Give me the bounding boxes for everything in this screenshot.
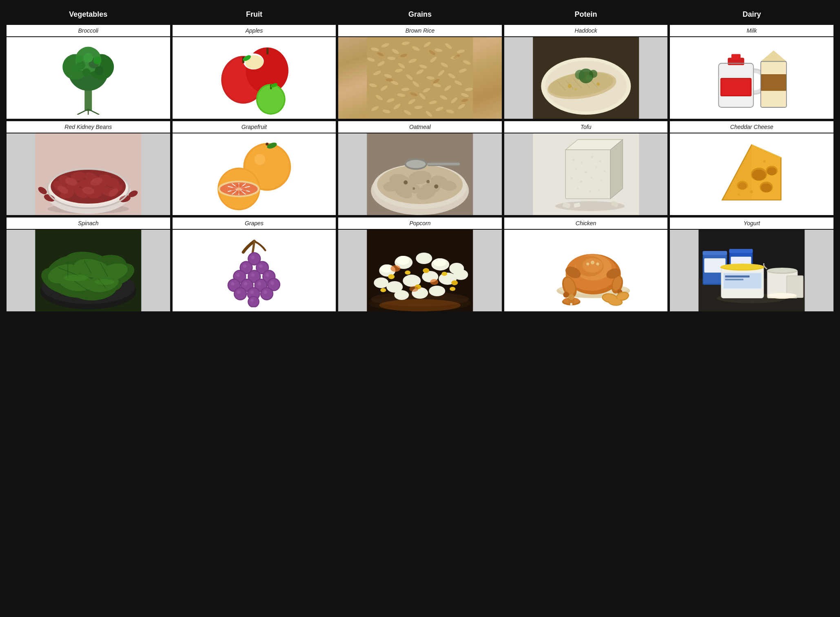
- svg-point-266: [251, 255, 255, 259]
- svg-point-214: [577, 188, 578, 189]
- cell-brown-rice: Brown Rice: [337, 24, 503, 120]
- svg-point-203: [581, 162, 583, 164]
- svg-point-331: [451, 280, 458, 285]
- label-spinach: Spinach: [7, 218, 170, 230]
- svg-point-287: [244, 282, 247, 286]
- cell-yogurt: Yogurt: [669, 216, 835, 313]
- svg-point-155: [254, 154, 265, 165]
- svg-point-204: [591, 156, 593, 158]
- svg-point-208: [595, 166, 597, 168]
- svg-point-238: [738, 193, 740, 195]
- svg-point-237: [763, 160, 766, 162]
- svg-point-389: [768, 268, 797, 273]
- cell-broccoli: Broccoli: [5, 24, 171, 120]
- image-spinach: [7, 230, 170, 311]
- svg-point-215: [589, 191, 591, 193]
- svg-point-107: [567, 84, 572, 88]
- col-header-fruit: Fruit: [171, 5, 337, 24]
- label-grapes: Grapes: [173, 218, 336, 230]
- svg-point-236: [750, 191, 753, 193]
- svg-point-347: [563, 292, 569, 297]
- svg-point-327: [388, 274, 395, 279]
- cell-popcorn: Popcorn: [337, 216, 503, 313]
- svg-point-11: [72, 66, 79, 73]
- svg-point-269: [243, 264, 246, 268]
- label-popcorn: Popcorn: [338, 218, 502, 230]
- svg-point-293: [270, 281, 274, 285]
- svg-rect-375: [729, 249, 753, 253]
- svg-rect-371: [703, 251, 727, 255]
- col-header-grains: Grains: [337, 5, 503, 24]
- svg-point-174: [237, 187, 241, 191]
- svg-point-194: [434, 184, 438, 189]
- food-grid: Vegetables Fruit Grains Potein Dairy Bro…: [4, 4, 836, 314]
- svg-point-229: [752, 169, 766, 180]
- svg-point-329: [423, 268, 429, 273]
- svg-point-337: [409, 286, 418, 292]
- label-kidney-beans: Red Kidney Beans: [7, 121, 170, 133]
- svg-line-1: [77, 109, 88, 115]
- svg-point-324: [394, 290, 409, 300]
- svg-point-302: [263, 291, 267, 294]
- svg-point-14: [75, 55, 83, 62]
- svg-point-211: [580, 180, 582, 183]
- image-chicken: [504, 230, 668, 311]
- svg-point-13: [84, 53, 93, 62]
- svg-point-344: [582, 258, 603, 273]
- cell-apples: Apples: [171, 24, 337, 120]
- image-oatmeal: [338, 133, 502, 215]
- svg-point-10: [82, 69, 91, 77]
- svg-rect-23: [266, 48, 268, 54]
- col-header-vegetables: Vegetables: [5, 5, 171, 24]
- svg-rect-113: [731, 54, 741, 60]
- svg-line-2: [88, 109, 99, 115]
- label-chicken: Chicken: [504, 218, 668, 230]
- svg-point-305: [250, 299, 253, 302]
- image-popcorn: [338, 230, 502, 311]
- svg-point-104: [575, 70, 585, 80]
- svg-point-281: [266, 273, 269, 277]
- svg-point-12: [95, 66, 104, 75]
- svg-point-108: [596, 82, 600, 86]
- label-haddock: Haddock: [504, 25, 668, 37]
- cell-tofu: Tofu: [503, 120, 669, 216]
- svg-rect-191: [427, 163, 460, 165]
- svg-point-170: [241, 189, 246, 192]
- image-brown-rice: [338, 37, 502, 119]
- svg-point-109: [574, 88, 577, 91]
- svg-point-326: [429, 286, 445, 296]
- svg-point-209: [603, 170, 605, 172]
- svg-rect-120: [762, 75, 786, 90]
- svg-point-205: [599, 160, 601, 162]
- svg-point-309: [379, 299, 461, 311]
- svg-point-304: [248, 297, 258, 306]
- svg-point-262: [64, 275, 88, 281]
- svg-point-314: [416, 253, 432, 264]
- image-tofu: [504, 133, 668, 215]
- svg-point-381: [721, 264, 764, 269]
- svg-rect-201: [565, 150, 610, 199]
- svg-point-316: [433, 258, 446, 266]
- label-milk: Milk: [670, 25, 833, 37]
- label-oatmeal: Oatmeal: [338, 121, 502, 133]
- svg-point-355: [586, 262, 589, 265]
- image-grapes: [173, 230, 336, 311]
- svg-point-328: [405, 271, 410, 275]
- svg-point-195: [412, 187, 415, 190]
- svg-point-313: [396, 256, 409, 265]
- svg-point-193: [426, 180, 430, 183]
- image-cheddar: [670, 133, 833, 215]
- image-kidney-beans: [7, 133, 170, 215]
- cell-spinach: Spinach: [5, 216, 171, 313]
- image-milk: [670, 37, 833, 119]
- cell-grapefruit: Grapefruit: [171, 120, 337, 216]
- label-cheddar: Cheddar Cheese: [670, 121, 833, 133]
- svg-point-284: [231, 282, 234, 286]
- cell-cheddar: Cheddar Cheese: [669, 120, 835, 216]
- svg-point-330: [441, 272, 447, 276]
- label-broccoli: Broccoli: [7, 25, 170, 37]
- svg-marker-118: [761, 51, 787, 62]
- svg-point-323: [453, 269, 468, 280]
- svg-point-354: [596, 262, 599, 265]
- label-tofu: Tofu: [504, 121, 668, 133]
